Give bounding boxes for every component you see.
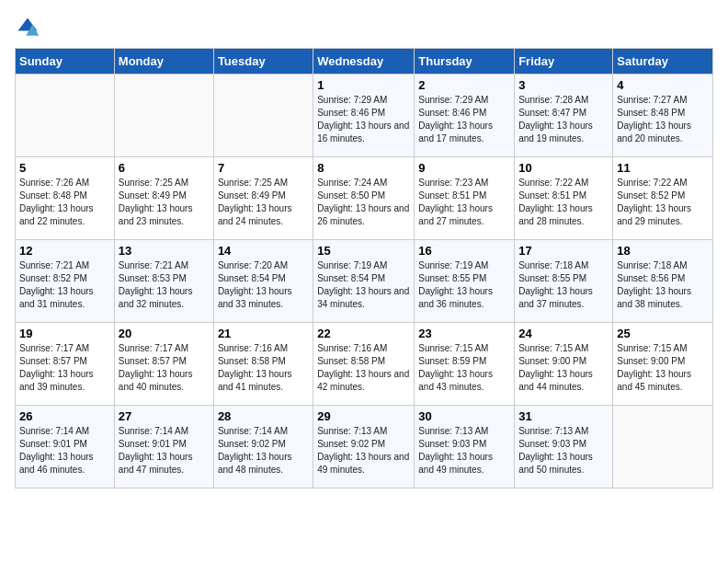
day-number: 26 [19,409,110,423]
day-cell: 13Sunrise: 7:21 AM Sunset: 8:53 PM Dayli… [114,240,213,323]
header-cell-thursday: Thursday [415,49,515,75]
day-cell: 8Sunrise: 7:24 AM Sunset: 8:50 PM Daylig… [313,157,415,240]
day-info: Sunrise: 7:19 AM Sunset: 8:55 PM Dayligh… [418,259,510,311]
day-cell: 14Sunrise: 7:20 AM Sunset: 8:54 PM Dayli… [213,240,313,323]
header-cell-sunday: Sunday [16,49,115,75]
header-cell-tuesday: Tuesday [213,49,313,75]
day-number: 2 [418,78,510,92]
day-cell: 3Sunrise: 7:28 AM Sunset: 8:47 PM Daylig… [515,75,613,157]
day-cell: 26Sunrise: 7:14 AM Sunset: 9:01 PM Dayli… [16,406,115,488]
day-cell: 4Sunrise: 7:27 AM Sunset: 8:48 PM Daylig… [613,75,713,157]
day-cell [613,406,713,488]
day-number: 20 [119,327,210,340]
day-number: 6 [119,161,210,175]
day-number: 18 [617,244,709,258]
day-info: Sunrise: 7:25 AM Sunset: 8:49 PM Dayligh… [218,177,309,228]
day-info: Sunrise: 7:15 AM Sunset: 9:00 PM Dayligh… [518,342,609,394]
calendar-header: SundayMondayTuesdayWednesdayThursdayFrid… [16,49,713,75]
day-info: Sunrise: 7:16 AM Sunset: 8:58 PM Dayligh… [317,342,410,394]
day-cell: 20Sunrise: 7:17 AM Sunset: 8:57 PM Dayli… [114,323,213,406]
week-row-4: 19Sunrise: 7:17 AM Sunset: 8:57 PM Dayli… [16,323,713,406]
day-info: Sunrise: 7:15 AM Sunset: 8:59 PM Dayligh… [418,342,510,394]
day-cell: 23Sunrise: 7:15 AM Sunset: 8:59 PM Dayli… [415,323,515,406]
logo [15,15,44,40]
day-cell [213,75,313,157]
day-cell: 24Sunrise: 7:15 AM Sunset: 9:00 PM Dayli… [515,323,613,406]
day-number: 15 [317,244,410,258]
calendar-table: SundayMondayTuesdayWednesdayThursdayFrid… [15,48,713,488]
day-number: 5 [19,161,110,175]
day-info: Sunrise: 7:14 AM Sunset: 9:02 PM Dayligh… [218,425,309,477]
day-cell: 11Sunrise: 7:22 AM Sunset: 8:52 PM Dayli… [613,157,713,240]
day-number: 8 [317,161,410,175]
day-number: 12 [19,244,110,258]
day-number: 7 [218,161,309,175]
day-number: 22 [317,327,410,340]
day-number: 19 [19,327,110,340]
day-info: Sunrise: 7:18 AM Sunset: 8:56 PM Dayligh… [617,259,709,311]
day-number: 30 [418,409,510,423]
day-number: 14 [218,244,309,258]
day-info: Sunrise: 7:22 AM Sunset: 8:52 PM Dayligh… [617,177,709,228]
day-number: 16 [418,244,510,258]
week-row-3: 12Sunrise: 7:21 AM Sunset: 8:52 PM Dayli… [16,240,713,323]
day-info: Sunrise: 7:17 AM Sunset: 8:57 PM Dayligh… [119,342,210,394]
week-row-1: 1Sunrise: 7:29 AM Sunset: 8:46 PM Daylig… [16,75,713,157]
day-info: Sunrise: 7:17 AM Sunset: 8:57 PM Dayligh… [19,342,110,394]
day-info: Sunrise: 7:19 AM Sunset: 8:54 PM Dayligh… [317,259,410,311]
day-number: 21 [218,327,309,340]
day-cell: 6Sunrise: 7:25 AM Sunset: 8:49 PM Daylig… [114,157,213,240]
day-cell: 9Sunrise: 7:23 AM Sunset: 8:51 PM Daylig… [415,157,515,240]
day-number: 24 [518,327,609,340]
day-info: Sunrise: 7:14 AM Sunset: 9:01 PM Dayligh… [19,425,110,477]
day-number: 9 [418,161,510,175]
day-number: 31 [518,409,609,423]
day-info: Sunrise: 7:23 AM Sunset: 8:51 PM Dayligh… [418,177,510,228]
day-info: Sunrise: 7:25 AM Sunset: 8:49 PM Dayligh… [119,177,210,228]
day-cell: 1Sunrise: 7:29 AM Sunset: 8:46 PM Daylig… [313,75,415,157]
day-cell: 19Sunrise: 7:17 AM Sunset: 8:57 PM Dayli… [16,323,115,406]
day-info: Sunrise: 7:18 AM Sunset: 8:55 PM Dayligh… [518,259,609,311]
day-number: 3 [518,78,609,92]
calendar-body: 1Sunrise: 7:29 AM Sunset: 8:46 PM Daylig… [16,75,713,488]
day-cell: 10Sunrise: 7:22 AM Sunset: 8:51 PM Dayli… [515,157,613,240]
day-cell: 31Sunrise: 7:13 AM Sunset: 9:03 PM Dayli… [515,406,613,488]
day-cell: 30Sunrise: 7:13 AM Sunset: 9:03 PM Dayli… [415,406,515,488]
day-number: 27 [119,409,210,423]
day-cell: 28Sunrise: 7:14 AM Sunset: 9:02 PM Dayli… [213,406,313,488]
day-info: Sunrise: 7:22 AM Sunset: 8:51 PM Dayligh… [518,177,609,228]
page-header [15,15,713,40]
day-cell: 25Sunrise: 7:15 AM Sunset: 9:00 PM Dayli… [613,323,713,406]
day-info: Sunrise: 7:27 AM Sunset: 8:48 PM Dayligh… [617,94,709,145]
day-cell [114,75,213,157]
day-cell: 18Sunrise: 7:18 AM Sunset: 8:56 PM Dayli… [613,240,713,323]
day-cell [16,75,115,157]
day-cell: 21Sunrise: 7:16 AM Sunset: 8:58 PM Dayli… [213,323,313,406]
week-row-2: 5Sunrise: 7:26 AM Sunset: 8:48 PM Daylig… [16,157,713,240]
day-cell: 29Sunrise: 7:13 AM Sunset: 9:02 PM Dayli… [313,406,415,488]
logo-icon [15,15,40,40]
day-info: Sunrise: 7:29 AM Sunset: 8:46 PM Dayligh… [418,94,510,145]
header-cell-friday: Friday [515,49,613,75]
day-cell: 17Sunrise: 7:18 AM Sunset: 8:55 PM Dayli… [515,240,613,323]
day-info: Sunrise: 7:13 AM Sunset: 9:02 PM Dayligh… [317,425,410,477]
day-info: Sunrise: 7:24 AM Sunset: 8:50 PM Dayligh… [317,177,410,228]
header-cell-wednesday: Wednesday [313,49,415,75]
day-number: 13 [119,244,210,258]
day-cell: 5Sunrise: 7:26 AM Sunset: 8:48 PM Daylig… [16,157,115,240]
day-cell: 12Sunrise: 7:21 AM Sunset: 8:52 PM Dayli… [16,240,115,323]
day-info: Sunrise: 7:29 AM Sunset: 8:46 PM Dayligh… [317,94,410,145]
day-info: Sunrise: 7:16 AM Sunset: 8:58 PM Dayligh… [218,342,309,394]
day-info: Sunrise: 7:21 AM Sunset: 8:52 PM Dayligh… [19,259,110,311]
day-number: 10 [518,161,609,175]
day-cell: 7Sunrise: 7:25 AM Sunset: 8:49 PM Daylig… [213,157,313,240]
day-info: Sunrise: 7:21 AM Sunset: 8:53 PM Dayligh… [119,259,210,311]
day-cell: 15Sunrise: 7:19 AM Sunset: 8:54 PM Dayli… [313,240,415,323]
day-number: 1 [317,78,410,92]
day-info: Sunrise: 7:14 AM Sunset: 9:01 PM Dayligh… [119,425,210,477]
day-cell: 2Sunrise: 7:29 AM Sunset: 8:46 PM Daylig… [415,75,515,157]
day-number: 25 [617,327,709,340]
day-number: 4 [617,78,709,92]
day-cell: 16Sunrise: 7:19 AM Sunset: 8:55 PM Dayli… [415,240,515,323]
day-info: Sunrise: 7:26 AM Sunset: 8:48 PM Dayligh… [19,177,110,228]
